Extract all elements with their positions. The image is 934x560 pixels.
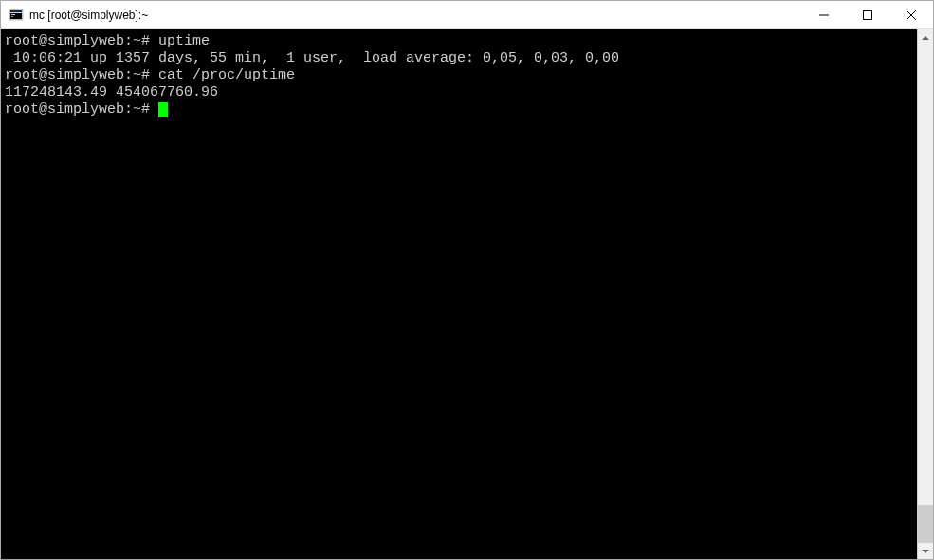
minimize-button[interactable] bbox=[802, 1, 846, 28]
terminal-line: root@simplyweb:~# uptime bbox=[5, 33, 913, 50]
terminal-line: 117248143.49 454067760.96 bbox=[5, 84, 913, 101]
scroll-track[interactable] bbox=[918, 45, 933, 543]
terminal-line: root@simplyweb:~# bbox=[5, 101, 913, 118]
svg-marker-10 bbox=[922, 550, 929, 553]
terminal-line: 10:06:21 up 1357 days, 55 min, 1 user, l… bbox=[5, 50, 913, 67]
window-title: mc [root@simplyweb]:~ bbox=[29, 9, 802, 22]
app-icon bbox=[9, 8, 24, 23]
svg-rect-6 bbox=[864, 10, 872, 19]
svg-rect-1 bbox=[10, 10, 22, 12]
svg-marker-9 bbox=[922, 36, 929, 40]
scroll-thumb[interactable] bbox=[918, 505, 933, 543]
scroll-down-arrow[interactable] bbox=[918, 543, 933, 559]
svg-rect-3 bbox=[11, 14, 15, 15]
terminal[interactable]: root@simplyweb:~# uptime 10:06:21 up 135… bbox=[1, 29, 917, 559]
shell-prompt: root@simplyweb:~# bbox=[5, 33, 158, 49]
vertical-scrollbar[interactable] bbox=[917, 29, 933, 559]
close-button[interactable] bbox=[889, 1, 933, 28]
maximize-button[interactable] bbox=[846, 1, 889, 28]
window-frame: mc [root@simplyweb]:~ root@simplyweb:~# … bbox=[0, 0, 934, 560]
shell-command: cat /proc/uptime bbox=[158, 67, 295, 83]
shell-prompt: root@simplyweb:~# bbox=[5, 101, 158, 117]
shell-prompt: root@simplyweb:~# bbox=[5, 67, 158, 83]
svg-rect-4 bbox=[11, 16, 13, 17]
cursor bbox=[158, 102, 168, 117]
titlebar[interactable]: mc [root@simplyweb]:~ bbox=[1, 1, 933, 29]
scroll-up-arrow[interactable] bbox=[918, 29, 933, 45]
shell-command: uptime bbox=[158, 33, 210, 49]
window-controls bbox=[802, 1, 933, 28]
terminal-area: root@simplyweb:~# uptime 10:06:21 up 135… bbox=[1, 29, 933, 559]
terminal-line: root@simplyweb:~# cat /proc/uptime bbox=[5, 67, 913, 84]
